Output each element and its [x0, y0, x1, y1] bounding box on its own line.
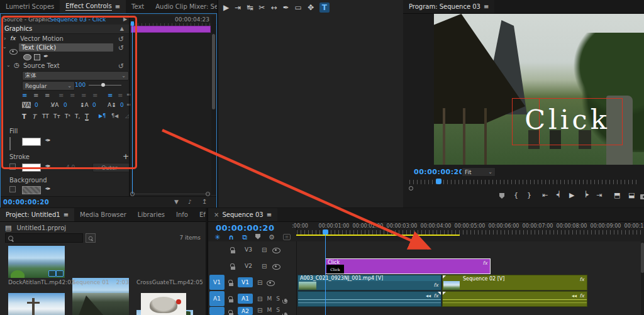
track-target-v2[interactable]: V2 — [241, 261, 256, 271]
timeline-timecode[interactable]: 00:00:00:20 — [216, 223, 274, 233]
timeline-playhead-grip[interactable] — [323, 229, 328, 235]
clip-a003-audio[interactable]: ◂◂ fx — [297, 291, 441, 307]
reset-source-text-icon[interactable]: ↺ — [118, 62, 124, 70]
export-icon[interactable]: ↥ — [202, 198, 207, 205]
stroke-color-swatch[interactable] — [22, 163, 41, 172]
tab-program[interactable]: Program: Sequence 03 ≡ — [403, 0, 494, 13]
tab-info[interactable]: Info — [170, 208, 194, 221]
nest-toggle-icon[interactable]: ✳ — [214, 233, 220, 241]
panel-menu-icon[interactable]: ≡ — [115, 3, 120, 10]
source-patch-v1[interactable]: V1 — [209, 275, 225, 290]
clip-name[interactable]: CrossGuateTL.mp4 — [136, 279, 191, 285]
stroke-eyedropper-icon[interactable]: ✒ — [45, 162, 50, 170]
reset-vector-motion-icon[interactable]: ↺ — [118, 35, 124, 43]
project-file-name[interactable]: Untitled1.prproj — [16, 224, 66, 231]
track-lock-icon[interactable] — [231, 260, 235, 272]
track-output-eye-icon[interactable] — [272, 260, 280, 272]
kerning-value[interactable]: 0 — [35, 102, 38, 108]
program-playhead-grip[interactable] — [436, 179, 441, 184]
collapse-icon[interactable]: ▲ — [120, 26, 124, 31]
panel-menu-icon[interactable]: ≡ — [484, 3, 489, 10]
leading-value[interactable]: 0 — [92, 102, 96, 108]
tab-libraries[interactable]: Libraries — [132, 208, 170, 221]
source-patch-a1[interactable]: A1 — [209, 291, 225, 306]
mini-clip-bar[interactable]: Click — [131, 26, 211, 33]
timeline-playhead-line[interactable] — [325, 235, 326, 315]
add-marker-icon[interactable] — [255, 233, 260, 241]
track-target-a1[interactable]: A1 — [238, 294, 253, 304]
type-tool-icon[interactable]: T — [319, 3, 330, 13]
sync-lock-icon[interactable]: ⊟ — [257, 279, 262, 286]
search-bin-button[interactable] — [86, 233, 96, 243]
align-center-icon[interactable]: ≡ — [33, 92, 38, 99]
tabular-oldstyle-icon[interactable]: ≡ — [118, 92, 123, 99]
sync-lock-icon[interactable]: ⊟ — [262, 263, 267, 270]
superscript-icon[interactable]: Tˢ — [65, 113, 70, 119]
collapse-sourcetext-icon[interactable]: ⌄ — [6, 62, 11, 68]
tab-text[interactable]: Text — [126, 0, 150, 13]
align-left-icon[interactable]: ≡ — [22, 92, 27, 99]
mini-zoom-handle-right[interactable] — [206, 192, 210, 196]
export-frame-button[interactable] — [640, 193, 644, 201]
tracking-value[interactable]: 0 — [64, 102, 67, 108]
clip-sequence02-audio[interactable]: ◂◂ fx — [442, 291, 587, 307]
selection-tool-icon[interactable]: ▶ — [223, 3, 229, 12]
razor-tool-icon[interactable]: ✂ — [258, 3, 265, 12]
font-size-slider[interactable] — [89, 85, 121, 86]
expand-icon[interactable]: › — [4, 35, 6, 41]
source-text-property[interactable]: Source Text — [23, 62, 60, 69]
solo-button[interactable]: S — [276, 307, 280, 313]
tab-audio-clip-mixer[interactable]: Audio Clip Mixer: Sequence 03 — [150, 0, 217, 13]
tracking-icon[interactable]: V̸A — [51, 102, 58, 108]
all-caps-icon[interactable]: TT — [42, 113, 49, 119]
rectangle-tool-icon[interactable]: ▭ — [295, 3, 302, 12]
background-eyedropper-icon[interactable]: ✒ — [45, 185, 50, 193]
justify-center-icon[interactable]: ≡ — [70, 92, 75, 99]
mute-button[interactable]: M — [267, 296, 272, 302]
project-item-thumbnail[interactable] — [72, 293, 129, 315]
mark-in-button[interactable]: { — [514, 191, 518, 199]
captions-icon[interactable]: ≡ — [283, 234, 291, 240]
track-target-a2[interactable]: A2 — [238, 307, 253, 315]
underline-icon[interactable]: T̲ — [85, 113, 89, 120]
font-size-slider-knob[interactable] — [101, 83, 105, 87]
solo-button[interactable]: S — [276, 296, 280, 302]
font-size-value[interactable]: 100 — [75, 82, 86, 88]
timeline-ruler[interactable]: :00:00 00:00:01:00 00:00:02:00 00:00:03:… — [296, 222, 644, 235]
background-color-swatch[interactable] — [22, 186, 41, 194]
filter-funnel-icon[interactable]: ▼ — [174, 199, 179, 205]
justify-left-icon[interactable]: ≡ — [58, 92, 64, 99]
work-area-bar[interactable] — [296, 235, 460, 236]
track-target-v1[interactable]: V1 — [238, 277, 253, 287]
sync-lock-icon[interactable]: ⊟ — [257, 296, 262, 302]
tab-effect-controls[interactable]: Effect Controls≡ — [60, 0, 126, 13]
mute-button[interactable]: M — [267, 307, 272, 313]
project-item-thumbnail[interactable] — [141, 293, 186, 315]
mini-playhead-grip[interactable] — [131, 21, 134, 26]
tab-project[interactable]: Project: Untitled1≡ — [0, 208, 74, 221]
source-patch-a2[interactable] — [209, 307, 225, 315]
project-item-thumbnail[interactable] — [8, 246, 65, 278]
panel-menu-icon[interactable]: ≡ — [64, 211, 69, 218]
program-timecode[interactable]: 00:00:00:20 — [414, 168, 464, 176]
play-button[interactable]: ▶ — [569, 191, 574, 199]
sync-lock-icon[interactable]: ⊟ — [262, 246, 267, 253]
extract-button[interactable]: ⬓ — [628, 191, 635, 199]
lift-button[interactable]: ⬒ — [614, 191, 620, 199]
faux-bold-icon[interactable]: T — [22, 113, 26, 120]
zoom-level-dropdown[interactable]: Fit ⌄ — [462, 167, 496, 177]
close-icon[interactable]: × — [214, 211, 219, 218]
program-ruler[interactable] — [409, 180, 640, 184]
track-select-tool-icon[interactable]: ⇥ — [235, 3, 241, 12]
clip-sequence02-video[interactable]: Sequence 02 [V] fx — [442, 275, 587, 290]
track-lock-icon[interactable] — [229, 293, 233, 305]
rect-tool-icon[interactable] — [34, 54, 40, 60]
subscript-icon[interactable]: T, — [75, 113, 80, 119]
program-video-frame[interactable]: Click — [434, 14, 644, 165]
stopwatch-icon[interactable]: ◷ — [14, 62, 19, 69]
timeline-settings-wrench-icon[interactable]: ⚙ — [269, 233, 275, 241]
align-right-icon[interactable]: ≡ — [45, 92, 50, 99]
clip-a003-video[interactable]: A003_C021_0923NJ_001.mp4 [V] fx — [297, 275, 441, 290]
ltr-direction-icon[interactable]: ¶◀ — [111, 113, 118, 119]
add-marker-button[interactable] — [499, 192, 504, 201]
